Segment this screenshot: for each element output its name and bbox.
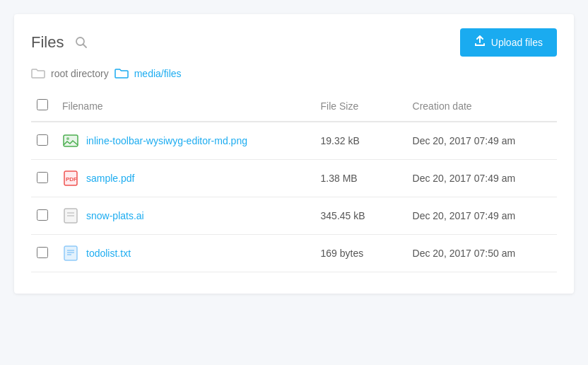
upload-button-label: Upload files <box>491 37 543 48</box>
row-date: Dec 20, 2017 07:49 am <box>407 197 557 235</box>
breadcrumb-root: root directory <box>51 68 109 79</box>
row-checkbox-cell <box>31 160 57 197</box>
search-icon <box>75 36 88 49</box>
select-all-checkbox[interactable] <box>37 99 48 110</box>
svg-line-1 <box>83 45 87 48</box>
table-row: inline-toolbar-wysiwyg-editor-md.png 19.… <box>31 122 557 160</box>
file-name-link[interactable]: sample.pdf <box>86 173 134 184</box>
folder-icon-current <box>114 68 129 79</box>
row-filename-cell: snow-plats.ai <box>57 197 315 235</box>
file-table: Filename File Size Creation date <box>31 93 557 272</box>
row-checkbox-cell <box>31 122 57 160</box>
file-icon <box>62 245 79 262</box>
filename-with-icon: snow-plats.ai <box>62 207 310 224</box>
svg-point-3 <box>66 137 69 140</box>
row-checkbox[interactable] <box>37 134 48 146</box>
table-row: PDF sample.pdf 1.38 MB Dec 20, 2017 07:4… <box>31 160 557 197</box>
row-date: Dec 20, 2017 07:50 am <box>407 235 557 272</box>
column-date: Creation date <box>407 93 557 122</box>
row-checkbox[interactable] <box>37 172 48 183</box>
svg-text:PDF: PDF <box>66 176 77 182</box>
row-date: Dec 20, 2017 07:49 am <box>407 122 557 160</box>
table-row: todolist.txt 169 bytes Dec 20, 2017 07:5… <box>31 235 557 272</box>
row-filesize: 169 bytes <box>315 235 407 272</box>
row-filename-cell: inline-toolbar-wysiwyg-editor-md.png <box>57 122 315 160</box>
row-filesize: 19.32 kB <box>315 122 407 160</box>
row-filesize: 1.38 MB <box>315 160 407 197</box>
header-left: Files <box>31 33 90 52</box>
file-name-link[interactable]: snow-plats.ai <box>86 210 144 221</box>
row-date: Dec 20, 2017 07:49 am <box>407 160 557 197</box>
table-body: inline-toolbar-wysiwyg-editor-md.png 19.… <box>31 122 557 272</box>
row-checkbox[interactable] <box>37 247 48 258</box>
filename-with-icon: todolist.txt <box>62 245 310 262</box>
row-checkbox[interactable] <box>37 209 48 221</box>
file-name-link[interactable]: inline-toolbar-wysiwyg-editor-md.png <box>86 135 247 146</box>
filename-with-icon: inline-toolbar-wysiwyg-editor-md.png <box>62 132 310 149</box>
page-title: Files <box>31 33 64 52</box>
breadcrumb: root directory media/files <box>31 68 557 79</box>
search-button[interactable] <box>72 33 90 52</box>
files-panel: Files Upload files root directory <box>14 14 574 294</box>
file-name-link[interactable]: todolist.txt <box>86 248 131 259</box>
row-filename-cell: PDF sample.pdf <box>57 160 315 197</box>
row-filename-cell: todolist.txt <box>57 235 315 272</box>
file-icon <box>62 207 79 224</box>
header-checkbox-cell <box>31 93 57 122</box>
breadcrumb-current[interactable]: media/files <box>134 68 182 79</box>
column-filesize: File Size <box>315 93 407 122</box>
filename-with-icon: PDF sample.pdf <box>62 170 310 187</box>
upload-icon <box>474 35 486 50</box>
svg-rect-2 <box>64 135 78 146</box>
row-checkbox-cell <box>31 235 57 272</box>
folder-icon-root <box>31 68 45 79</box>
upload-button[interactable]: Upload files <box>460 28 557 57</box>
row-filesize: 345.45 kB <box>315 197 407 235</box>
svg-rect-9 <box>64 246 77 260</box>
table-row: snow-plats.ai 345.45 kB Dec 20, 2017 07:… <box>31 197 557 235</box>
row-checkbox-cell <box>31 197 57 235</box>
file-icon <box>62 132 79 149</box>
table-header: Filename File Size Creation date <box>31 93 557 122</box>
column-filename: Filename <box>57 93 315 122</box>
file-icon: PDF <box>62 170 79 187</box>
header: Files Upload files <box>31 28 557 57</box>
